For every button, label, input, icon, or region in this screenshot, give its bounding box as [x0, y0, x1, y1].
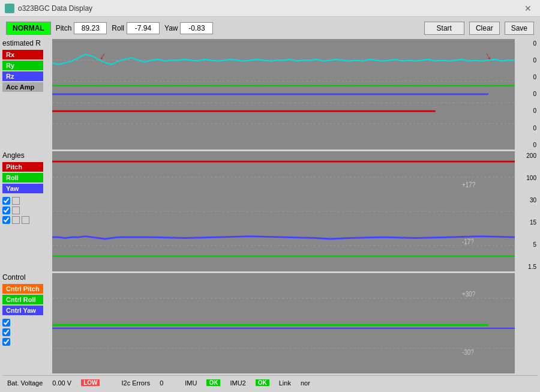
rx-label-btn[interactable]: Rx [2, 50, 43, 59]
scale-1-5: 1.5 [528, 264, 536, 270]
pitch-input[interactable] [74, 22, 107, 34]
link-status: nor [301, 379, 310, 387]
pitch-group: Pitch [56, 22, 107, 34]
clear-button[interactable]: Clear [469, 22, 500, 35]
yaw-input[interactable] [180, 22, 213, 34]
imu2-status: OK [256, 379, 269, 386]
top-bar: NORMAL Pitch Roll Yaw Start Clear Save [2, 19, 538, 37]
ctrl-cb3[interactable] [2, 338, 10, 346]
bat-voltage-value: 0.00 V [52, 379, 71, 387]
checkbox-row-2 [2, 207, 50, 214]
start-button[interactable]: Start [424, 22, 464, 35]
ctrl-cb-row-1 [2, 319, 50, 327]
angles-sq1 [12, 197, 20, 205]
angles-checkboxes [2, 197, 50, 224]
scale-0-1: 0 [533, 40, 536, 47]
roll-label-btn[interactable]: Roll [2, 173, 43, 182]
estimated-r-labels: estimated R Rx Ry Rz Acc Amp [2, 39, 50, 149]
rz-label-btn[interactable]: Rz [2, 71, 43, 81]
ctrl-cb-row-3 [2, 338, 50, 346]
checkbox-row-1 [2, 197, 50, 205]
cpitch-label-btn[interactable]: Cntrl Pitch [2, 284, 43, 294]
link-label: Link [279, 379, 291, 387]
title-bar-left: o323BGC Data Display [5, 4, 92, 13]
scale-0-3: 0 [533, 74, 536, 80]
scale-0-5: 0 [533, 107, 536, 114]
imu-status: OK [206, 379, 220, 386]
croll-label-btn[interactable]: Cntrl Roll [2, 295, 43, 304]
acc-label-btn[interactable]: Acc Amp [2, 82, 43, 92]
close-button[interactable]: ✕ [521, 2, 535, 14]
scale-5: 5 [533, 241, 536, 248]
control-panel: Control Cntrl Pitch Cntrl Roll Cntrl Yaw [2, 273, 538, 373]
ry-label-btn[interactable]: Ry [2, 61, 43, 70]
scale-0-2: 0 [533, 57, 536, 64]
svg-text:-30?: -30? [462, 348, 474, 356]
svg-text:+17?: +17? [462, 181, 475, 188]
scale-0-4: 0 [533, 91, 536, 97]
scale-100: 100 [526, 175, 536, 181]
control-chart: +30? -30? [52, 273, 515, 373]
app-title: o323BGC Data Display [18, 4, 92, 13]
control-title: Control [2, 273, 50, 282]
scale-30: 30 [530, 197, 536, 204]
status-bar: Bat. Voltage 0.00 V LOW I2c Errors 0 IMU… [2, 375, 538, 390]
angles-sq3 [12, 216, 20, 224]
control-checkboxes [2, 319, 50, 346]
roll-input[interactable] [127, 22, 160, 34]
angles-scale: 200 100 30 15 5 1.5 [517, 151, 538, 271]
app-icon [5, 4, 14, 13]
estimated-r-title: estimated R [2, 39, 50, 47]
estimated-r-panel: estimated R Rx Ry Rz Acc Amp [2, 39, 538, 149]
scale-200: 200 [526, 152, 536, 159]
roll-label: Roll [112, 24, 124, 32]
pitch-label-btn[interactable]: Pitch [2, 162, 43, 172]
scale-0-6: 0 [533, 125, 536, 131]
cyaw-label-btn[interactable]: Cntrl Yaw [2, 306, 43, 315]
control-scale [517, 273, 538, 373]
estimated-r-scale: 0 0 0 0 0 0 0 [517, 39, 538, 149]
svg-text:-17?: -17? [462, 237, 474, 245]
save-button[interactable]: Save [505, 22, 534, 35]
angles-chart: +17? -17? [52, 151, 515, 271]
pitch-label: Pitch [56, 24, 72, 32]
control-labels: Control Cntrl Pitch Cntrl Roll Cntrl Yaw [2, 273, 50, 373]
angles-cb3[interactable] [2, 216, 10, 224]
roll-group: Roll [112, 22, 160, 34]
angles-labels: Angles Pitch Roll Yaw [2, 151, 50, 271]
ctrl-cb2[interactable] [2, 328, 10, 336]
scale-0-7: 0 [533, 142, 536, 148]
bat-voltage-label: Bat. Voltage [7, 379, 43, 387]
i2c-label: I2c Errors [121, 379, 150, 387]
imu-label: IMU [185, 379, 197, 387]
ctrl-cb1[interactable] [2, 319, 10, 327]
angles-panel: Angles Pitch Roll Yaw [2, 151, 538, 271]
imu2-label: IMU2 [230, 379, 245, 387]
yaw-group: Yaw [164, 22, 213, 34]
svg-text:+30?: +30? [462, 290, 475, 298]
normal-badge: NORMAL [6, 22, 51, 35]
angles-sq4 [22, 216, 29, 224]
scale-15: 15 [530, 219, 536, 226]
angles-cb1[interactable] [2, 197, 10, 205]
angles-title: Angles [2, 151, 50, 160]
title-bar: o323BGC Data Display ✕ [0, 0, 540, 17]
i2c-value: 0 [160, 379, 163, 387]
angles-cb2[interactable] [2, 207, 10, 214]
low-badge: LOW [81, 379, 100, 386]
yaw-label-btn[interactable]: Yaw [2, 184, 43, 193]
angles-sq2 [12, 207, 20, 214]
panels-area: estimated R Rx Ry Rz Acc Amp [2, 39, 538, 373]
ctrl-cb-row-2 [2, 328, 50, 336]
yaw-label: Yaw [164, 24, 178, 32]
checkbox-row-3 [2, 216, 50, 224]
estimated-r-chart: ↓ ↓ [52, 39, 515, 149]
main-container: NORMAL Pitch Roll Yaw Start Clear Save e… [0, 17, 540, 392]
